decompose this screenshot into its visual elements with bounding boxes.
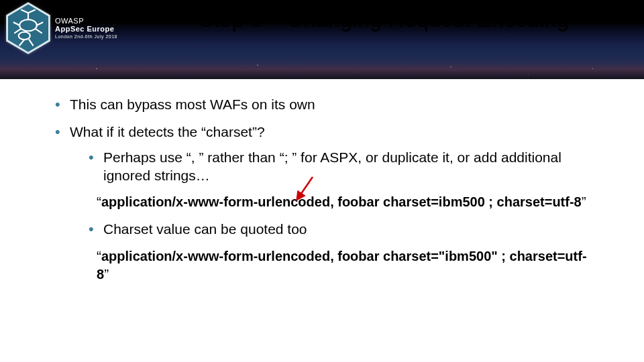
close-quote: ” (582, 194, 586, 209)
logo-date: London 2nd-6th July 2018 (55, 34, 117, 40)
bullet-2: What if it detects the “charset”? Perhap… (52, 123, 592, 283)
owasp-hex-icon (4, 1, 52, 55)
code1-part2: ; charset=utf-8 (485, 194, 582, 209)
bullet-2-sub1: Perhaps use “, ” rather than “; ” for AS… (86, 148, 592, 185)
bullet-2-text: What if it detects the “charset”? (70, 124, 265, 139)
close-quote-2: ” (104, 266, 109, 282)
logo-event: AppSec Europe (55, 25, 117, 34)
logo-text: OWASP AppSec Europe London 2nd-6th July … (55, 17, 117, 40)
code-example-2: “application/x-www-form-urlencoded, foob… (97, 247, 592, 284)
code-example-1: “application/x-www-form-urlencoded, foob… (97, 192, 592, 210)
svg-marker-0 (7, 3, 50, 53)
slide-content: This can bypass most WAFs on its own Wha… (0, 79, 644, 283)
bullet-1: This can bypass most WAFs on its own (52, 95, 592, 113)
bullet-2-sub2: Charset value can be quoted too (86, 220, 592, 238)
open-quote: “ (97, 194, 101, 209)
code1-part1: application/x-www-form-urlencoded, fooba… (101, 194, 485, 209)
code2-part1: application/x-www-form-urlencoded, fooba… (101, 249, 498, 263)
owasp-logo: OWASP AppSec Europe London 2nd-6th July … (4, 1, 117, 55)
open-quote-2: “ (97, 248, 101, 263)
logo-org: OWASP (55, 17, 117, 25)
slide-title: Step 5 – Changing Request Encoding (199, 7, 569, 32)
header-banner: OWASP AppSec Europe London 2nd-6th July … (0, 0, 644, 79)
